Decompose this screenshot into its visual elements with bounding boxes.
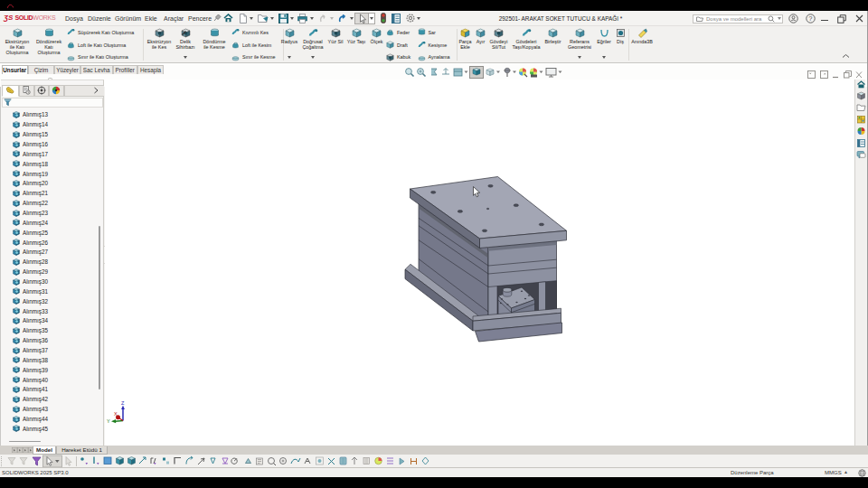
svg-text:Z: Z <box>121 400 125 406</box>
svg-text:?: ? <box>808 14 812 23</box>
svg-text:X: X <box>114 411 118 417</box>
svg-text:Y: Y <box>107 418 110 424</box>
